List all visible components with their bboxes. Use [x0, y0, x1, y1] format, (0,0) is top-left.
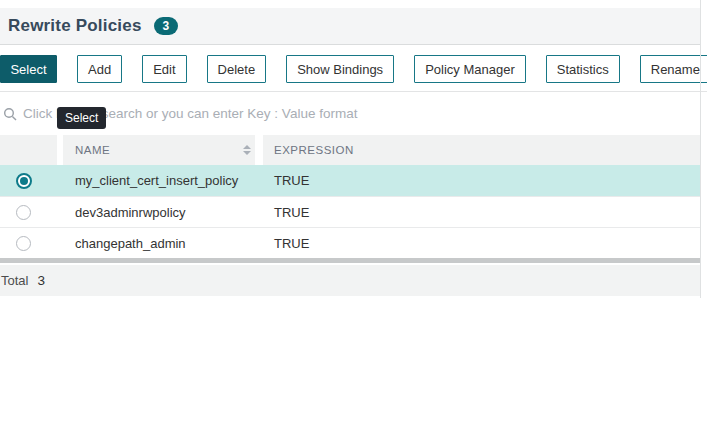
row-radio[interactable] — [16, 205, 31, 220]
page-header: Rewrite Policies 3 — [0, 8, 700, 45]
toolbar: Select Add Edit Delete Show Bindings Pol… — [0, 45, 707, 92]
policy-manager-button[interactable]: Policy Manager — [414, 55, 526, 83]
row-radio[interactable] — [16, 236, 31, 251]
edit-button[interactable]: Edit — [142, 55, 186, 83]
table-row[interactable]: dev3adminrwpolicy TRUE — [0, 196, 700, 227]
table-footer: Total 3 — [0, 265, 700, 296]
expression-column-label: EXPRESSION — [274, 144, 354, 156]
horizontal-scrollbar[interactable] — [0, 258, 700, 263]
statistics-button[interactable]: Statistics — [546, 55, 620, 83]
policy-expression: TRUE — [262, 173, 700, 188]
count-badge: 3 — [154, 17, 179, 35]
name-column-label: NAME — [75, 144, 110, 156]
table-header: NAME EXPRESSION — [0, 135, 700, 165]
show-bindings-button[interactable]: Show Bindings — [286, 55, 394, 83]
policy-name: my_client_cert_insert_policy — [63, 173, 262, 188]
select-tooltip: Select — [57, 107, 106, 129]
policy-name: dev3adminrwpolicy — [63, 205, 262, 220]
select-button[interactable]: Select — [0, 55, 57, 83]
panel-right-edge — [700, 0, 701, 298]
radio-cell — [0, 205, 63, 220]
table-row[interactable]: changepath_admin TRUE — [0, 227, 700, 258]
add-button[interactable]: Add — [77, 55, 122, 83]
sort-icon[interactable] — [243, 145, 251, 155]
radio-column-header — [0, 135, 57, 165]
policies-table: NAME EXPRESSION my_client_cert_insert_po… — [0, 135, 700, 296]
radio-cell — [0, 236, 63, 251]
top-spacer — [0, 0, 700, 8]
row-radio-selected[interactable] — [16, 173, 32, 189]
rename-button[interactable]: Rename — [640, 55, 707, 83]
radio-cell — [0, 173, 63, 189]
policy-name: changepath_admin — [63, 236, 262, 251]
table-row[interactable]: my_client_cert_insert_policy TRUE — [0, 165, 700, 196]
total-value: 3 — [37, 273, 45, 288]
total-label: Total — [1, 273, 28, 288]
name-column-header[interactable]: NAME — [63, 135, 255, 165]
rewrite-policies-page: Rewrite Policies 3 Select Add Edit Delet… — [0, 0, 707, 445]
page-title: Rewrite Policies — [8, 16, 142, 36]
policy-expression: TRUE — [262, 205, 700, 220]
search-icon — [3, 107, 17, 121]
policy-expression: TRUE — [262, 236, 700, 251]
delete-button[interactable]: Delete — [207, 55, 267, 83]
expression-column-header[interactable]: EXPRESSION — [263, 135, 700, 165]
